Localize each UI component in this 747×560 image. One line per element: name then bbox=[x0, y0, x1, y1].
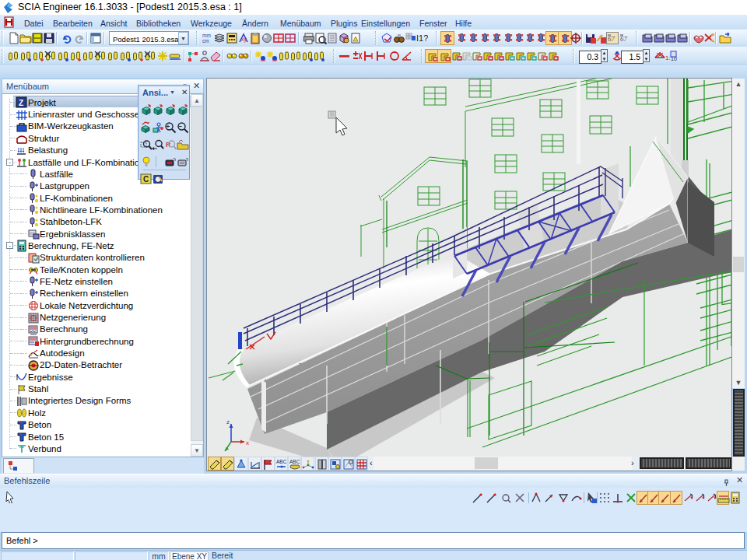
svg-text:x: x bbox=[246, 439, 249, 446]
svg-text:−: − bbox=[179, 123, 183, 130]
svg-text:+: + bbox=[167, 123, 170, 130]
svg-text:cm: cm bbox=[202, 38, 209, 44]
svg-text:10: 10 bbox=[671, 56, 677, 61]
svg-text:z: z bbox=[226, 418, 230, 425]
svg-text:xy: xy bbox=[241, 37, 247, 43]
svg-text:mm: mm bbox=[202, 33, 211, 38]
svg-text:Z: Z bbox=[19, 99, 23, 107]
svg-text:ABC: ABC bbox=[276, 459, 287, 464]
svg-text:C: C bbox=[143, 175, 149, 184]
svg-text:I1?: I1? bbox=[416, 33, 428, 43]
svg-text:1:: 1: bbox=[665, 54, 671, 61]
svg-text:ABC: ABC bbox=[289, 459, 300, 464]
